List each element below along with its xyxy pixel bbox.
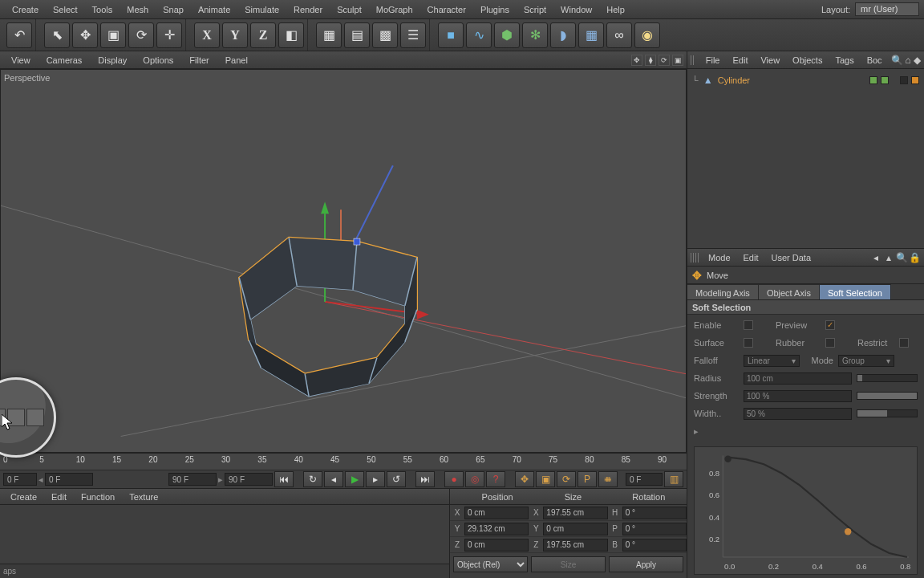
move-tool[interactable]: ✥	[72, 22, 98, 48]
object-tree[interactable]: └ ▲ Cylinder	[687, 69, 924, 248]
step-fwd-button[interactable]: ▸	[366, 471, 385, 487]
tree-item-cylinder[interactable]: └ ▲ Cylinder	[692, 72, 919, 88]
tag-selection-icon[interactable]	[911, 76, 919, 84]
attr-up-icon[interactable]: ▴	[882, 252, 895, 263]
render-settings-button[interactable]: ☰	[400, 22, 426, 48]
vp-pan-icon[interactable]: ✥	[631, 55, 642, 66]
frame-end2-field[interactable]	[225, 473, 273, 486]
axis-y-toggle[interactable]: Y	[222, 22, 248, 48]
vp-orbit-icon[interactable]: ⟳	[659, 55, 670, 66]
frame-start-field[interactable]	[45, 473, 93, 486]
coord-pos-field[interactable]	[464, 507, 529, 519]
radius-slider[interactable]	[857, 374, 918, 382]
coord-rot-field[interactable]	[622, 507, 687, 519]
width-slider[interactable]	[857, 409, 918, 417]
viewport[interactable]: Perspective	[0, 69, 687, 453]
coord-system-toggle[interactable]: ◧	[278, 22, 304, 48]
menu-window[interactable]: Window	[553, 0, 599, 19]
step-back-button[interactable]: ◂	[324, 471, 343, 487]
falloff-graph[interactable]: 0.8 0.6 0.4 0.2 0.0 0.2 0.4 0.6 0.8	[694, 446, 918, 575]
coord-size-field[interactable]	[543, 507, 607, 519]
preview-checkbox[interactable]	[825, 320, 835, 330]
current-frame-field[interactable]	[626, 473, 663, 486]
axis-x-toggle[interactable]: X	[194, 22, 220, 48]
play-button[interactable]: ▶	[345, 471, 364, 487]
goto-end-button[interactable]: ⏭	[415, 471, 435, 487]
vp-menu-cameras[interactable]: Cameras	[38, 51, 91, 69]
tag-phong-icon[interactable]	[900, 76, 908, 84]
attr-menu-edit[interactable]: Edit	[737, 253, 765, 263]
camera-button[interactable]: ▦	[578, 22, 604, 48]
rotate-tool[interactable]: ⟳	[128, 22, 154, 48]
light-button[interactable]: ∞	[606, 22, 632, 48]
vp-menu-view[interactable]: View	[3, 51, 38, 69]
attr-back-icon[interactable]: ◂	[869, 252, 882, 263]
om-menu-tags[interactable]: Tags	[829, 55, 859, 65]
enable-checkbox[interactable]	[744, 320, 753, 330]
coord-rot-field[interactable]	[622, 539, 687, 552]
menu-mesh[interactable]: Mesh	[120, 0, 156, 19]
attr-menu-mode[interactable]: Mode	[702, 253, 737, 263]
radius-field[interactable]	[744, 372, 852, 385]
environment-button[interactable]: ◗	[550, 22, 576, 48]
mat-menu-edit[interactable]: Edit	[44, 492, 74, 502]
curve-handle-start[interactable]	[724, 456, 731, 462]
timeline-ruler[interactable]: 051015202530354045505560657075808590	[0, 454, 687, 470]
material-list[interactable]	[0, 505, 449, 564]
om-menu-view[interactable]: View	[755, 55, 785, 65]
coord-size-field[interactable]	[543, 539, 607, 552]
surface-checkbox[interactable]	[744, 338, 753, 348]
vp-menu-panel[interactable]: Panel	[217, 51, 256, 69]
mode-dropdown[interactable]: Group▾	[838, 355, 894, 367]
vp-max-icon[interactable]: ▣	[672, 55, 683, 66]
key-scale-button[interactable]: ▣	[536, 471, 555, 487]
goto-start-button[interactable]: ⏮	[274, 471, 294, 487]
visibility-editor-dot[interactable]	[869, 76, 877, 84]
menu-simulate[interactable]: Simulate	[237, 0, 286, 19]
undo-button[interactable]: ↶	[6, 22, 32, 48]
falloff-dropdown[interactable]: Linear▾	[744, 355, 800, 367]
deformer-button[interactable]: ✻	[522, 22, 548, 48]
curve-handle-mid[interactable]	[845, 528, 851, 535]
vp-menu-options[interactable]: Options	[135, 51, 181, 69]
restrict-checkbox[interactable]	[899, 338, 909, 348]
coord-apply-button[interactable]: Apply	[609, 556, 683, 572]
layout-dropdown[interactable]: mr (User)	[855, 2, 919, 16]
coord-pos-field[interactable]	[464, 539, 529, 552]
menu-render[interactable]: Render	[286, 0, 330, 19]
om-menu-boc[interactable]: Boc	[861, 55, 888, 65]
attr-menu-userdata[interactable]: User Data	[765, 253, 818, 263]
attr-lock-icon[interactable]: 🔒	[908, 252, 921, 263]
menu-snap[interactable]: Snap	[156, 0, 191, 19]
vp-menu-filter[interactable]: Filter	[181, 51, 217, 69]
mat-menu-function[interactable]: Function	[74, 492, 122, 502]
om-menu-objects[interactable]: Objects	[787, 55, 828, 65]
coord-space-dropdown[interactable]: Object (Rel)	[453, 556, 528, 572]
render-view-button[interactable]: ▦	[316, 22, 342, 48]
menu-mograph[interactable]: MoGraph	[369, 0, 420, 19]
width-field[interactable]	[744, 408, 852, 420]
powerslider-button[interactable]: ▥	[664, 471, 683, 487]
axis-z-toggle[interactable]: Z	[250, 22, 276, 48]
key-all-button[interactable]: ⩩	[598, 471, 618, 487]
expand-icon[interactable]: ▸	[694, 426, 699, 437]
menu-script[interactable]: Script	[517, 0, 553, 19]
scale-tool[interactable]: ▣	[100, 22, 126, 48]
menu-animate[interactable]: Animate	[191, 0, 237, 19]
key-rot-button[interactable]: ⟳	[557, 471, 576, 487]
attr-search-icon[interactable]: 🔍	[895, 252, 908, 263]
key-pos-button[interactable]: ✥	[515, 471, 534, 487]
primitive-cube-button[interactable]: ■	[438, 22, 464, 48]
menu-character[interactable]: Character	[420, 0, 473, 19]
vp-zoom-icon[interactable]: ⧫	[645, 55, 656, 66]
rubber-checkbox[interactable]	[825, 338, 835, 348]
tab-soft-selection[interactable]: Soft Selection	[820, 284, 891, 299]
loop-button[interactable]: ↻	[303, 471, 322, 487]
menu-plugins[interactable]: Plugins	[473, 0, 517, 19]
strength-slider[interactable]	[857, 392, 918, 400]
menu-select[interactable]: Select	[46, 0, 85, 19]
vp-menu-display[interactable]: Display	[90, 51, 135, 69]
tab-modeling-axis[interactable]: Modeling Axis	[687, 284, 759, 299]
autokey-button[interactable]: ◎	[465, 471, 484, 487]
frame-end-field[interactable]	[168, 473, 217, 486]
